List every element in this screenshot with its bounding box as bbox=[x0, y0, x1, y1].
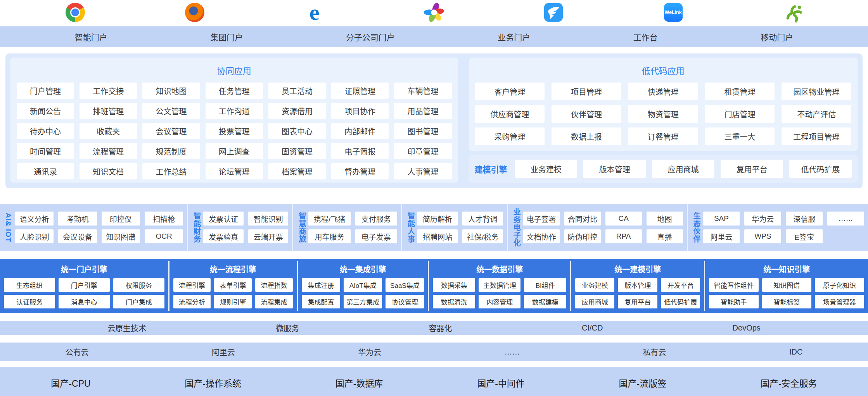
capability-button[interactable]: 直播 bbox=[647, 229, 683, 243]
capability-button[interactable]: 电子签署 bbox=[523, 212, 560, 226]
app-button[interactable]: 门店管理 bbox=[705, 105, 775, 123]
engine-button[interactable]: 低代码扩展 bbox=[661, 295, 700, 308]
app-button[interactable]: 项目管理 bbox=[552, 83, 621, 100]
modeling-button[interactable]: 业务建模 bbox=[515, 160, 578, 178]
capability-button[interactable]: 社保/税务 bbox=[462, 229, 503, 243]
engine-button[interactable]: 集成配置 bbox=[302, 295, 340, 308]
app-button[interactable]: 图书管理 bbox=[394, 123, 451, 139]
app-button[interactable]: 待办中心 bbox=[17, 123, 74, 139]
app-button[interactable]: 任务管理 bbox=[206, 83, 263, 99]
capability-button[interactable]: 用车服务 bbox=[308, 229, 350, 243]
app-button[interactable]: 网上调查 bbox=[206, 143, 263, 159]
capability-button[interactable]: 携程/飞猪 bbox=[308, 212, 350, 226]
app-button[interactable]: 时间管理 bbox=[17, 143, 74, 159]
capability-button[interactable]: 考勤机 bbox=[58, 212, 97, 226]
capability-button[interactable]: 阿里云 bbox=[703, 229, 740, 243]
capability-button[interactable]: 扫描枪 bbox=[145, 212, 183, 226]
engine-button[interactable]: 场景管理器 bbox=[815, 295, 864, 308]
engine-button[interactable]: 开发平台 bbox=[661, 278, 700, 292]
app-button[interactable]: 新闻公告 bbox=[17, 103, 74, 119]
app-button[interactable]: 排班管理 bbox=[80, 103, 137, 119]
modeling-button[interactable]: 应用商城 bbox=[652, 160, 714, 178]
app-button[interactable]: 不动产评估 bbox=[782, 105, 851, 123]
engine-button[interactable]: 数据建模 bbox=[524, 295, 566, 308]
engine-button[interactable]: 门户引擎 bbox=[59, 278, 110, 292]
capability-button[interactable]: 会议设备 bbox=[58, 229, 97, 243]
capability-button[interactable]: 云端开票 bbox=[248, 229, 289, 243]
capability-button[interactable]: 简历解析 bbox=[417, 212, 458, 226]
capability-button[interactable]: OCR bbox=[145, 229, 183, 243]
app-button[interactable]: 园区物业管理 bbox=[782, 83, 851, 100]
engine-button[interactable]: 智能助手 bbox=[709, 295, 758, 308]
engine-button[interactable]: 流程分析 bbox=[173, 295, 211, 308]
capability-button[interactable]: 知识图谱 bbox=[102, 229, 140, 243]
app-button[interactable]: 知识地图 bbox=[142, 83, 200, 99]
app-button[interactable]: 工作总结 bbox=[142, 163, 200, 179]
engine-button[interactable]: 认证服务 bbox=[4, 295, 55, 308]
app-button[interactable]: 档案管理 bbox=[268, 163, 326, 179]
app-button[interactable]: 车辆管理 bbox=[394, 83, 451, 99]
capability-button[interactable]: 语义分析 bbox=[15, 212, 54, 226]
capability-button[interactable]: 印控仪 bbox=[102, 212, 140, 226]
capability-button[interactable]: 人才背调 bbox=[462, 212, 503, 226]
app-button[interactable]: 物资管理 bbox=[628, 105, 698, 123]
capability-button[interactable]: WPS bbox=[744, 229, 781, 243]
engine-button[interactable]: 表单引擎 bbox=[214, 278, 252, 292]
engine-button[interactable]: 权限服务 bbox=[113, 278, 164, 292]
engine-button[interactable]: BI组件 bbox=[524, 278, 566, 292]
capability-button[interactable]: …… bbox=[827, 212, 864, 226]
app-button[interactable]: 三重一大 bbox=[705, 127, 775, 145]
app-button[interactable]: 采购管理 bbox=[475, 127, 545, 145]
app-button[interactable]: 用品管理 bbox=[394, 103, 451, 119]
app-button[interactable]: 投票管理 bbox=[206, 123, 263, 139]
engine-button[interactable]: 数据采集 bbox=[433, 278, 475, 292]
capability-button[interactable]: 支付服务 bbox=[355, 212, 397, 226]
app-button[interactable]: 快递管理 bbox=[628, 83, 698, 100]
modeling-button[interactable]: 复用平台 bbox=[721, 160, 783, 178]
engine-button[interactable]: 智能写作组件 bbox=[709, 278, 758, 292]
engine-button[interactable]: 流程引擎 bbox=[173, 278, 211, 292]
capability-button[interactable]: 文档协作 bbox=[523, 229, 560, 243]
app-button[interactable]: 收藏夹 bbox=[80, 123, 137, 139]
app-button[interactable]: 督办管理 bbox=[331, 163, 389, 179]
app-button[interactable]: 公文管理 bbox=[142, 103, 200, 119]
capability-button[interactable]: 华为云 bbox=[744, 212, 781, 226]
modeling-button[interactable]: 低代码扩展 bbox=[789, 160, 852, 178]
app-button[interactable]: 数据上报 bbox=[552, 127, 621, 145]
capability-button[interactable]: SAP bbox=[703, 212, 740, 226]
engine-button[interactable]: 数据清洗 bbox=[433, 295, 475, 308]
modeling-button[interactable]: 版本管理 bbox=[583, 160, 646, 178]
engine-button[interactable]: 应用商城 bbox=[575, 295, 614, 308]
app-button[interactable]: 供应商管理 bbox=[475, 105, 545, 123]
capability-button[interactable]: 招聘网站 bbox=[417, 229, 458, 243]
app-button[interactable]: 员工活动 bbox=[268, 83, 326, 99]
engine-button[interactable]: 第三方集成 bbox=[344, 295, 382, 308]
capability-button[interactable]: 深信服 bbox=[786, 212, 823, 226]
engine-button[interactable]: 业务建模 bbox=[575, 278, 614, 292]
engine-button[interactable]: 智能标签 bbox=[762, 295, 811, 308]
engine-button[interactable]: 内容管理 bbox=[479, 295, 521, 308]
engine-button[interactable]: 消息中心 bbox=[59, 295, 110, 308]
capability-button[interactable]: 合同对比 bbox=[564, 212, 601, 226]
app-button[interactable]: 通讯录 bbox=[17, 163, 74, 179]
engine-button[interactable]: SaaS集成 bbox=[386, 278, 424, 292]
capability-button[interactable]: 防伪印控 bbox=[564, 229, 601, 243]
engine-button[interactable]: 生态组织 bbox=[4, 278, 55, 292]
engine-button[interactable]: 版本管理 bbox=[618, 278, 657, 292]
engine-button[interactable]: 规则引擎 bbox=[214, 295, 252, 308]
app-button[interactable]: 项目协作 bbox=[331, 103, 389, 119]
capability-button[interactable]: 人脸识别 bbox=[15, 229, 54, 243]
app-button[interactable]: 客户管理 bbox=[475, 83, 545, 100]
capability-button[interactable]: 发票验真 bbox=[203, 229, 244, 243]
capability-button[interactable]: CA bbox=[605, 212, 642, 226]
engine-button[interactable]: 流程指数 bbox=[255, 278, 293, 292]
app-button[interactable]: 证照管理 bbox=[331, 83, 389, 99]
engine-button[interactable]: 复用平台 bbox=[618, 295, 657, 308]
app-button[interactable]: 图表中心 bbox=[268, 123, 326, 139]
app-button[interactable]: 资源借用 bbox=[268, 103, 326, 119]
app-button[interactable]: 工作交接 bbox=[80, 83, 137, 99]
app-button[interactable]: 租赁管理 bbox=[705, 83, 775, 100]
app-button[interactable]: 工程项目管理 bbox=[782, 127, 851, 145]
app-button[interactable]: 印章管理 bbox=[394, 143, 451, 159]
app-button[interactable]: 流程管理 bbox=[80, 143, 137, 159]
